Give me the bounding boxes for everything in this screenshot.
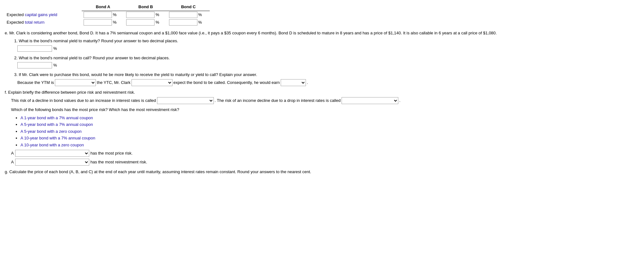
bond-c-capital-gains-input[interactable]: [169, 12, 197, 18]
q3-ytm-select[interactable]: greater than less than equal to: [55, 79, 96, 86]
section-e: e. Mr. Clark is considering another bond…: [5, 30, 639, 86]
bond-b-capital-gains-pct: %: [155, 12, 159, 18]
bond-a-capital-gains-pct: %: [113, 12, 117, 18]
total-return-blue-text: total return: [25, 20, 44, 25]
price-risk-prefix: A: [11, 150, 14, 156]
question-3: 3. If Mr. Clark were to purchase this bo…: [14, 72, 639, 86]
most-price-risk-select[interactable]: 1-year bond with a 7% annual coupon 5-ye…: [15, 150, 89, 157]
bond-c-capital-gains-cell: %: [167, 11, 210, 19]
q2-label: What is the bond's nominal yield to call…: [19, 56, 170, 60]
section-e-intro: e. Mr. Clark is considering another bond…: [5, 30, 639, 36]
bond-c-total-return-pct: %: [198, 19, 202, 26]
col-header-bond-c: Bond C: [167, 3, 210, 11]
capital-gains-label: Expected capital gains yield: [5, 11, 82, 19]
reinvestment-risk-suffix: has the most reinvestment risk.: [91, 159, 147, 165]
q3-middle: the YTC, Mr. Clark: [97, 79, 131, 86]
q1-answer-row: %: [17, 45, 639, 52]
capital-gains-blue-text: capital gains yield: [25, 12, 57, 17]
q2-number: 2.: [14, 56, 18, 60]
q3-clark-select[interactable]: would would not: [132, 79, 173, 86]
section-g-text: g. Calculate the price of each bond (A, …: [5, 169, 639, 175]
which-question: Which of the following bonds has the mos…: [11, 107, 639, 113]
bond-a-total-return-pct: %: [113, 19, 117, 26]
q2-answer-input[interactable]: [17, 62, 52, 68]
q3-end: .: [307, 79, 308, 86]
section-f-intro: f. Explain briefly the difference betwee…: [5, 89, 639, 96]
bond-a-capital-gains-cell: %: [82, 11, 124, 19]
section-g: g. Calculate the price of each bond (A, …: [5, 169, 639, 175]
bond-a-capital-gains-input[interactable]: [84, 12, 112, 18]
bond-b-capital-gains-input[interactable]: [126, 12, 155, 18]
price-risk-row: A 1-year bond with a 7% annual coupon 5-…: [11, 150, 639, 157]
q3-text: 3. If Mr. Clark were to purchase this bo…: [14, 72, 639, 78]
bond-b-total-return-cell: %: [124, 19, 167, 26]
table-row: Expected total return % %: [5, 19, 210, 26]
reinvestment-risk-row: A 1-year bond with a 7% annual coupon 5-…: [11, 159, 639, 166]
list-item: A 5-year bond with a 7% annual coupon: [20, 121, 639, 128]
bond-c-total-return-input[interactable]: [169, 19, 197, 26]
f-price-risk-select[interactable]: price risk reinvestment risk: [157, 97, 214, 104]
section-f: f. Explain briefly the difference betwee…: [5, 89, 639, 166]
f-end: .: [399, 97, 401, 104]
bond-c-total-return-cell: %: [167, 19, 210, 26]
list-item: A 1-year bond with a 7% annual coupon: [20, 115, 639, 121]
q2-answer-row: %: [17, 62, 639, 68]
f-middle: . The risk of an income decline due to a…: [215, 97, 341, 104]
col-header-empty: [5, 3, 82, 11]
bond-c-capital-gains-pct: %: [198, 12, 202, 18]
q2-text: 2. What is the bond's nominal yield to c…: [14, 55, 639, 61]
f-reinvestment-risk-select[interactable]: price risk reinvestment risk: [342, 97, 398, 104]
bond-b-total-return-pct: %: [155, 19, 159, 26]
list-item: A 10-year bond with a 7% annual coupon: [20, 135, 639, 141]
col-header-bond-b: Bond B: [124, 3, 167, 11]
q3-earn-select[interactable]: YTM YTC: [281, 79, 306, 86]
q1-number: 1.: [14, 38, 18, 43]
q1-pct: %: [53, 45, 57, 52]
q1-label: What is the bond's nominal yield to matu…: [19, 38, 178, 43]
q3-number: 3.: [14, 72, 18, 77]
most-reinvestment-risk-select[interactable]: 1-year bond with a 7% annual coupon 5-ye…: [15, 159, 89, 166]
q3-suffix1: expect the bond to be called. Consequent…: [173, 79, 280, 86]
bond-table-section: Bond A Bond B Bond C Expected capital ga…: [5, 3, 639, 26]
q3-prefix: Because the YTM is: [17, 79, 54, 86]
bond-a-total-return-input[interactable]: [84, 19, 112, 26]
q1-answer-input[interactable]: [17, 45, 52, 52]
bond-a-total-return-cell: %: [82, 19, 124, 26]
q3-answer-row: Because the YTM is greater than less tha…: [17, 79, 639, 86]
question-2: 2. What is the bond's nominal yield to c…: [14, 55, 639, 69]
list-item: A 5-year bond with a zero coupon: [20, 128, 639, 135]
q1-text: 1. What is the bond's nominal yield to m…: [14, 38, 639, 44]
reinvestment-risk-prefix: A: [11, 159, 14, 165]
q2-pct: %: [53, 62, 57, 68]
q3-label: If Mr. Clark were to purchase this bond,…: [19, 72, 257, 77]
section-f-risk-row: This risk of a decline in bond values du…: [11, 97, 639, 104]
bond-table: Bond A Bond B Bond C Expected capital ga…: [5, 3, 210, 26]
f-prefix: This risk of a decline in bond values du…: [11, 97, 156, 104]
list-item: A 10-year bond with a zero coupon: [20, 142, 639, 148]
bond-b-capital-gains-cell: %: [124, 11, 167, 19]
col-header-bond-a: Bond A: [82, 3, 124, 11]
bond-b-total-return-input[interactable]: [126, 19, 155, 26]
table-row: Expected capital gains yield % %: [5, 11, 210, 19]
question-list: 1. What is the bond's nominal yield to m…: [14, 38, 639, 86]
total-return-label: Expected total return: [5, 19, 82, 26]
price-risk-suffix: has the most price risk.: [91, 150, 133, 156]
bullet-list: A 1-year bond with a 7% annual coupon A …: [20, 115, 639, 148]
question-1: 1. What is the bond's nominal yield to m…: [14, 38, 639, 52]
